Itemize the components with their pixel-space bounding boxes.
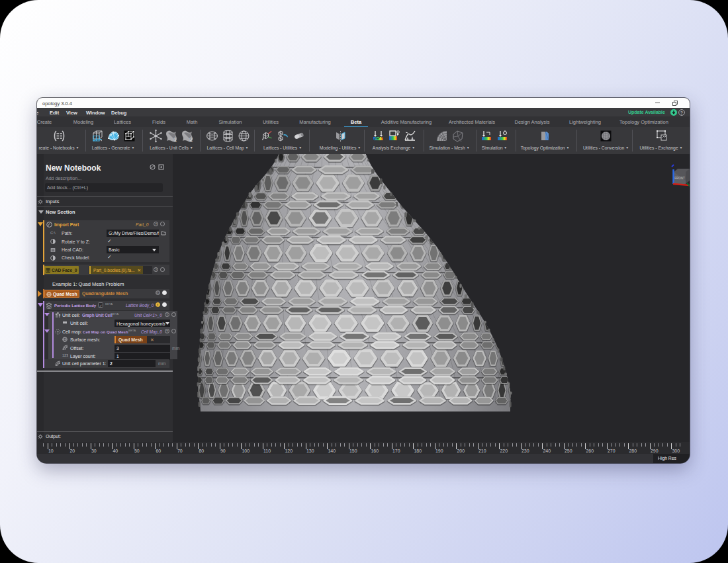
svg-text:?: ? bbox=[680, 110, 683, 114]
svg-text:2: 2 bbox=[189, 136, 193, 143]
svg-text:1: 1 bbox=[173, 136, 177, 143]
svg-text:FRONT: FRONT bbox=[674, 177, 685, 180]
